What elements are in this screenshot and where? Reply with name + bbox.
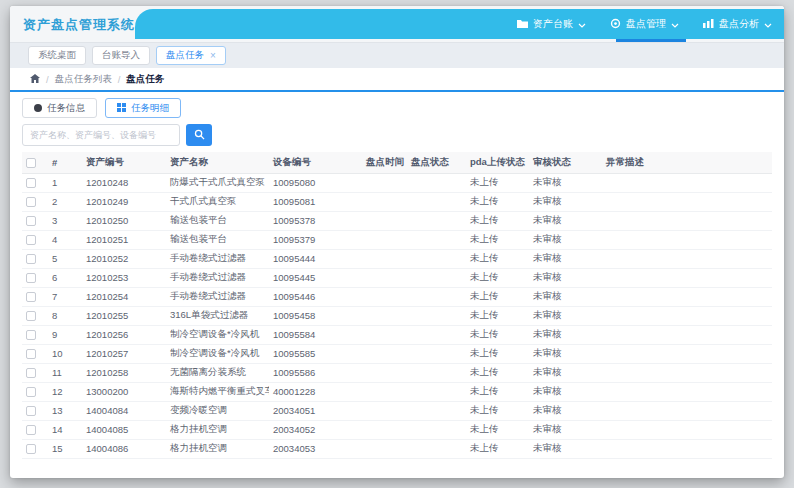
- row-checkbox-cell: [22, 382, 48, 401]
- cell-asset_name: 变频冷暖空调: [166, 401, 269, 420]
- select-all-checkbox[interactable]: [26, 158, 36, 168]
- row-checkbox[interactable]: [26, 368, 36, 378]
- cell-index: 5: [48, 249, 82, 268]
- cell-check_status: [407, 325, 466, 344]
- row-checkbox[interactable]: [26, 178, 36, 188]
- breadcrumb-parent[interactable]: 盘点任务列表: [55, 73, 112, 86]
- tab-close-icon[interactable]: ×: [210, 51, 216, 61]
- menu-inventory-manage[interactable]: 盘点管理: [598, 9, 691, 39]
- cell-check_time: [362, 230, 407, 249]
- menu-asset-ledger[interactable]: 资产台账: [505, 9, 598, 39]
- row-checkbox-cell: [22, 249, 48, 268]
- task-detail-table: # 资产编号 资产名称 设备编号 盘点时间 盘点状态 pda上传状态 审核状态 …: [22, 152, 772, 459]
- row-checkbox[interactable]: [26, 197, 36, 207]
- cell-device_no: 10095458: [269, 306, 362, 325]
- row-checkbox[interactable]: [26, 235, 36, 245]
- col-index: #: [48, 152, 82, 173]
- row-checkbox[interactable]: [26, 273, 36, 283]
- cell-audit_status: 未审核: [529, 382, 602, 401]
- table-row: 212010249干式爪式真空泵10095081未上传未审核: [22, 192, 772, 211]
- row-checkbox[interactable]: [26, 406, 36, 416]
- cell-check_status: [407, 439, 466, 458]
- subtab-label: 任务明细: [131, 102, 169, 115]
- breadcrumb-separator: /: [46, 74, 49, 85]
- row-checkbox[interactable]: [26, 444, 36, 454]
- row-checkbox-cell: [22, 439, 48, 458]
- cell-desc: [602, 306, 772, 325]
- cell-pda_status: 未上传: [466, 287, 529, 306]
- menu-inventory-analysis[interactable]: 盘点分析: [691, 9, 784, 39]
- tab-label: 台账导入: [102, 49, 140, 62]
- row-checkbox[interactable]: [26, 387, 36, 397]
- search-bar: [22, 124, 772, 146]
- cell-check_time: [362, 382, 407, 401]
- col-pda-status: pda上传状态: [466, 152, 529, 173]
- cell-device_no: 20034051: [269, 401, 362, 420]
- row-checkbox[interactable]: [26, 254, 36, 264]
- tab-system-desktop[interactable]: 系统桌面: [28, 46, 86, 65]
- cell-pda_status: 未上传: [466, 173, 529, 192]
- cell-asset_no: 13000200: [82, 382, 166, 401]
- table-row: 412010251输送包装平台10095379未上传未审核: [22, 230, 772, 249]
- table-row: 712010254手动卷绕式过滤器10095446未上传未审核: [22, 287, 772, 306]
- cell-check_time: [362, 401, 407, 420]
- gear-icon: [610, 18, 621, 31]
- row-checkbox-cell: [22, 173, 48, 192]
- col-audit-status: 审核状态: [529, 152, 602, 173]
- cell-index: 2: [48, 192, 82, 211]
- cell-asset_name: 316L单袋式过滤器: [166, 306, 269, 325]
- row-checkbox[interactable]: [26, 311, 36, 321]
- subtab-task-info[interactable]: 任务信息: [22, 98, 97, 118]
- cell-device_no: 10095446: [269, 287, 362, 306]
- row-checkbox-cell: [22, 268, 48, 287]
- home-icon[interactable]: [30, 74, 40, 85]
- row-checkbox[interactable]: [26, 292, 36, 302]
- cell-check_status: [407, 268, 466, 287]
- cell-device_no: 10095445: [269, 268, 362, 287]
- cell-device_no: 10095586: [269, 363, 362, 382]
- table-row: 312010250输送包装平台10095378未上传未审核: [22, 211, 772, 230]
- cell-check_time: [362, 325, 407, 344]
- cell-desc: [602, 382, 772, 401]
- col-check-time: 盘点时间: [362, 152, 407, 173]
- cell-pda_status: 未上传: [466, 192, 529, 211]
- cell-device_no: 10095080: [269, 173, 362, 192]
- cell-index: 1: [48, 173, 82, 192]
- search-button[interactable]: [186, 124, 212, 146]
- cell-asset_no: 12010257: [82, 344, 166, 363]
- cell-desc: [602, 192, 772, 211]
- menu-label: 资产台账: [533, 17, 573, 31]
- cell-asset_no: 12010249: [82, 192, 166, 211]
- row-checkbox[interactable]: [26, 216, 36, 226]
- cell-audit_status: 未审核: [529, 401, 602, 420]
- row-checkbox-cell: [22, 230, 48, 249]
- row-checkbox[interactable]: [26, 425, 36, 435]
- cell-asset_name: 无菌隔离分装系统: [166, 363, 269, 382]
- cell-audit_status: 未审核: [529, 230, 602, 249]
- tab-ledger-import[interactable]: 台账导入: [92, 46, 150, 65]
- chevron-down-icon: [578, 19, 586, 30]
- cell-desc: [602, 401, 772, 420]
- tab-label: 盘点任务: [166, 49, 204, 62]
- row-checkbox[interactable]: [26, 349, 36, 359]
- cell-check_time: [362, 173, 407, 192]
- row-checkbox-cell: [22, 401, 48, 420]
- cell-pda_status: 未上传: [466, 344, 529, 363]
- row-checkbox-cell: [22, 363, 48, 382]
- cell-pda_status: 未上传: [466, 401, 529, 420]
- search-input[interactable]: [22, 124, 180, 146]
- cell-check_status: [407, 363, 466, 382]
- row-checkbox[interactable]: [26, 330, 36, 340]
- cell-check_status: [407, 192, 466, 211]
- table-header-row: # 资产编号 资产名称 设备编号 盘点时间 盘点状态 pda上传状态 审核状态 …: [22, 152, 772, 173]
- task-detail-icon: [117, 103, 126, 114]
- tab-label: 系统桌面: [38, 49, 76, 62]
- tab-inventory-task[interactable]: 盘点任务 ×: [156, 46, 226, 65]
- row-checkbox-cell: [22, 211, 48, 230]
- cell-asset_name: 手动卷绕式过滤器: [166, 249, 269, 268]
- cell-index: 15: [48, 439, 82, 458]
- subtab-label: 任务信息: [47, 102, 85, 115]
- cell-asset_name: 海斯特内燃平衡重式叉车: [166, 382, 269, 401]
- subtab-task-detail[interactable]: 任务明细: [105, 98, 181, 118]
- select-all-cell: [22, 152, 48, 173]
